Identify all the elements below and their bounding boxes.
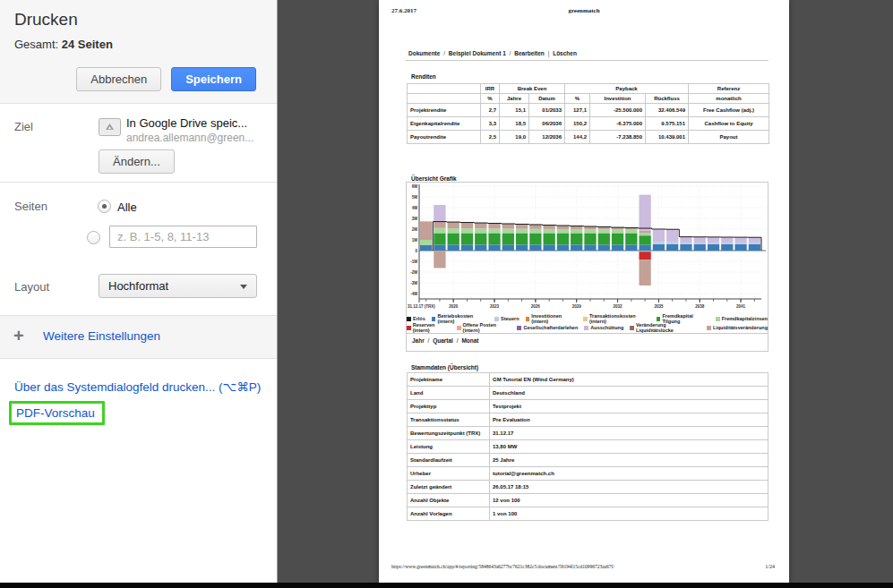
svg-text:0: 0: [415, 249, 417, 253]
field-value: Deutschland: [490, 387, 768, 400]
legend-item: Liquiditätsveränderung: [707, 322, 768, 333]
legend-swatch: [657, 317, 661, 321]
system-dialog-link[interactable]: Über das Systemdialogfeld drucken... (⌥⌘…: [14, 379, 261, 394]
svg-text:2029: 2029: [572, 304, 582, 309]
legend-swatch: [457, 326, 461, 330]
total-pages-label: Gesamt:: [14, 38, 58, 51]
legend-swatch: [583, 317, 588, 321]
table-row: Payoutrendite2,519,012/2036144,2-7.238.8…: [408, 131, 769, 144]
brand-title: greenmatch: [379, 7, 789, 14]
table-cell: -7.238.850: [590, 131, 646, 144]
table-cell: 3,3: [481, 117, 500, 131]
period-switcher: Jahr / Quartal / Monat: [412, 337, 479, 344]
table-cell: 9.575.151: [646, 117, 689, 131]
table-row: Anzahl Objekte12 von 100: [408, 494, 768, 507]
column-group-header: Break Even: [500, 84, 565, 94]
more-settings-section: + Weitere Einstellungen: [0, 315, 277, 359]
table-row: Standardlaufzeit25 Jahre: [408, 454, 768, 467]
table-cell: 12/2036: [529, 131, 565, 144]
table-row: Leistung13,80 MW: [408, 440, 768, 454]
legend-item: Veränderung Liquiditätslücke: [630, 322, 700, 333]
pages-all-radio[interactable]: [98, 200, 111, 213]
footer-page-number: 1/24: [765, 564, 775, 569]
table-cell: 32.406.549: [646, 104, 689, 117]
breadcrumb-rule: [406, 60, 768, 61]
table-cell: 15,1: [500, 104, 529, 117]
dialog-actions: Abbrechen Speichern: [76, 67, 256, 91]
legend-item: Offene Posten (intern): [457, 322, 511, 333]
legend-swatch: [407, 317, 411, 321]
legend-label: Offene Posten (intern): [463, 322, 511, 333]
change-destination-button[interactable]: Ändern...: [99, 149, 175, 174]
period-tab-jahr[interactable]: Jahr: [412, 337, 425, 344]
field-label: Zuletzt geändert: [408, 481, 490, 494]
column-header: Investition: [590, 94, 646, 104]
column-header: %: [481, 94, 500, 104]
field-label: Bewertungszeitpunkt (TRX): [408, 427, 490, 440]
save-button[interactable]: Speichern: [171, 67, 256, 91]
annotation-highlight: PDF-Vorschau: [9, 401, 105, 425]
legend-item: Reserven (intern): [407, 322, 451, 333]
table-cell: Payoutrendite: [408, 131, 481, 144]
svg-text:2M: 2M: [412, 227, 418, 232]
layout-select[interactable]: Hochformat: [99, 274, 257, 298]
stammdaten-title: Stammdaten (Übersicht): [411, 364, 478, 371]
legend-label: Veränderung Liquiditätslücke: [636, 322, 700, 333]
table-cell: 19,0: [500, 131, 529, 144]
breadcrumb-action-edit: Bearbeiten: [514, 50, 545, 56]
period-tab-monat[interactable]: Monat: [461, 337, 478, 344]
svg-text:5M: 5M: [412, 195, 418, 200]
table-cell: 150,2: [565, 117, 590, 131]
legend-swatch: [407, 326, 411, 330]
table-cell: 10.439.001: [646, 131, 689, 144]
field-label: Projektname: [408, 373, 490, 387]
renditen-title: Renditen: [411, 73, 436, 80]
legend-label: Ausschüttung: [590, 325, 623, 330]
table-row: Eigenkapitalrendite3,318,506/2036150,2-6…: [408, 117, 769, 131]
screen-bottom-edge: [0, 583, 893, 588]
column-group-header: Payback: [565, 84, 689, 94]
pages-range-input[interactable]: [109, 226, 257, 248]
print-preview-window: Drucken Gesamt: 24 Seiten Abbrechen Spei…: [0, 0, 893, 588]
field-label: Leistung: [408, 440, 490, 454]
more-settings-link[interactable]: Weitere Einstellungen: [43, 329, 160, 343]
pdf-preview-link[interactable]: PDF-Vorschau: [16, 406, 95, 420]
field-label: Anzahl Objekte: [408, 494, 490, 507]
table-cell: 2,5: [481, 131, 500, 144]
field-label: Anzahl Vorlagen: [408, 507, 490, 521]
table-row: LandDeutschland: [408, 387, 768, 400]
legend-swatch: [517, 326, 521, 330]
table-cell: 18,5: [500, 117, 529, 131]
column-header: Datum: [529, 94, 565, 104]
document-page: 27.6.2017 greenmatch Dokumente / Beispie…: [379, 0, 789, 583]
field-value: 25 Jahre: [490, 454, 768, 467]
breadcrumb-item-current: Beispiel Dokument 1: [449, 50, 506, 56]
table-row: Zuletzt geändert26.05.17 18:15: [408, 481, 768, 494]
svg-text:2026: 2026: [531, 304, 541, 309]
section-divider: [0, 182, 277, 183]
chart-section: -4M-3M-2M-1M01M2M3M4M5M6M31.12.17 (TRX)2…: [406, 182, 768, 352]
svg-text:2035: 2035: [654, 304, 664, 309]
table-row: Urhebertutorial@greenmatch.ch: [408, 467, 768, 481]
legend-swatch: [716, 317, 720, 321]
legend-item: Gesellschafterdarlehen: [517, 322, 578, 333]
field-label: Standardlaufzeit: [408, 454, 490, 467]
column-header: Jahre: [500, 94, 529, 104]
svg-text:31.12.17 (TRX): 31.12.17 (TRX): [408, 304, 435, 309]
renditen-table: IRRBreak EvenPaybackReferenz%JahreDatum%…: [407, 83, 769, 144]
layout-selected-value: Hochformat: [108, 279, 168, 293]
print-dialog: Drucken Gesamt: 24 Seiten Abbrechen Spei…: [0, 0, 278, 588]
legend-label: Fremdkapitalzinsen: [722, 316, 768, 321]
period-tab-quartal[interactable]: Quartal: [433, 337, 453, 344]
grafik-title: Übersicht Grafik: [411, 175, 457, 182]
dialog-title: Drucken: [14, 10, 78, 30]
cancel-button[interactable]: Abbrechen: [76, 67, 161, 91]
table-cell: Eigenkapitalrendite: [408, 117, 481, 131]
pages-range-radio[interactable]: [87, 231, 100, 244]
field-value: GM Tutorial EN (Wind Germany): [490, 373, 768, 387]
svg-text:2032: 2032: [614, 304, 623, 309]
svg-text:2041: 2041: [736, 304, 746, 309]
total-pages-value: 24 Seiten: [62, 38, 113, 51]
table-row: TransaktionsstatusPre Evaluation: [408, 413, 768, 427]
footer-url: https://www.greenmatch.ch/app/#/reportin…: [391, 564, 614, 569]
